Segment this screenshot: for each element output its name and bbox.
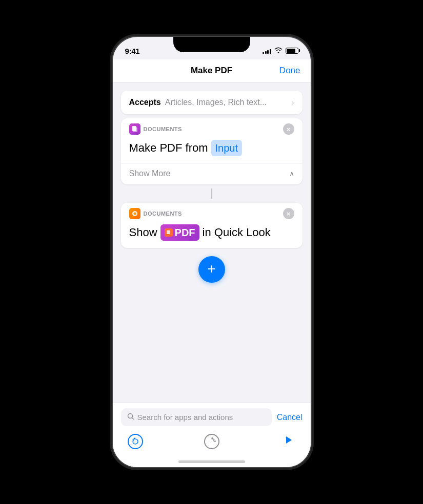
show-more-label: Show More bbox=[129, 169, 171, 178]
status-time: 9:41 bbox=[125, 47, 140, 55]
search-icon bbox=[127, 413, 134, 422]
accepts-row[interactable]: Accepts Articles, Images, Rich text... › bbox=[121, 91, 303, 114]
redo-button[interactable] bbox=[202, 431, 222, 452]
bottom-bar: Search for apps and actions Cancel bbox=[113, 403, 311, 467]
show-more-row[interactable]: Show More ∧ bbox=[121, 163, 303, 184]
status-icons bbox=[263, 47, 298, 55]
signal-icon bbox=[263, 48, 271, 54]
pdf-pill[interactable]: PDF bbox=[160, 224, 199, 241]
make-pdf-icon bbox=[129, 123, 140, 135]
make-pdf-card: DOCUMENTS × Make PDF from Input Show Mor… bbox=[121, 118, 303, 184]
battery-icon bbox=[286, 48, 298, 54]
cancel-button[interactable]: Cancel bbox=[277, 413, 303, 422]
undo-icon bbox=[128, 434, 143, 449]
battery-fill bbox=[287, 49, 296, 53]
show-more-chevron-icon: ∧ bbox=[289, 170, 294, 178]
pdf-icon bbox=[165, 228, 173, 237]
input-pill[interactable]: Input bbox=[211, 140, 242, 156]
quick-look-body: Show PDF in Quick Look bbox=[121, 222, 303, 248]
pdf-label: PDF bbox=[175, 225, 195, 240]
search-field[interactable]: Search for apps and actions bbox=[121, 408, 272, 426]
nav-header: Make PDF Done bbox=[113, 59, 311, 82]
redo-icon bbox=[204, 434, 219, 449]
make-pdf-close-button[interactable]: × bbox=[283, 123, 294, 135]
undo-button[interactable] bbox=[125, 431, 146, 452]
wifi-icon bbox=[274, 47, 283, 55]
accepts-label: Accepts bbox=[129, 98, 161, 107]
phone-frame: 9:41 Make PDF bbox=[112, 36, 312, 468]
accepts-chevron-icon: › bbox=[292, 98, 294, 107]
quick-look-prefix: Show bbox=[129, 225, 157, 241]
connector bbox=[113, 188, 311, 199]
play-icon bbox=[283, 434, 294, 449]
play-button[interactable] bbox=[278, 431, 298, 452]
main-content: Make PDF Done Accepts Articles, Images, … bbox=[113, 59, 311, 467]
page-title: Make PDF bbox=[191, 66, 232, 76]
quick-look-close-button[interactable]: × bbox=[283, 208, 294, 219]
home-indicator bbox=[178, 460, 245, 463]
svg-marker-5 bbox=[286, 436, 292, 444]
make-pdf-card-header: DOCUMENTS × bbox=[121, 118, 303, 138]
quick-look-icon bbox=[129, 208, 140, 219]
quick-look-card: DOCUMENTS × Show PDF in Quick Look bbox=[121, 203, 303, 248]
toolbar-row bbox=[121, 431, 303, 452]
make-pdf-prefix: Make PDF from bbox=[129, 140, 208, 156]
add-action-button[interactable]: + bbox=[198, 256, 225, 283]
quick-look-suffix: in Quick Look bbox=[203, 225, 271, 241]
done-button[interactable]: Done bbox=[279, 66, 300, 76]
search-row: Search for apps and actions Cancel bbox=[121, 408, 303, 426]
quick-look-card-header: DOCUMENTS × bbox=[121, 203, 303, 222]
search-placeholder: Search for apps and actions bbox=[137, 413, 233, 422]
make-pdf-category: DOCUMENTS bbox=[144, 126, 280, 132]
make-pdf-body: Make PDF from Input bbox=[121, 138, 303, 163]
svg-point-2 bbox=[133, 213, 136, 215]
accepts-value: Articles, Images, Rich text... bbox=[165, 98, 290, 107]
quick-look-category: DOCUMENTS bbox=[144, 211, 280, 217]
add-plus-icon: + bbox=[207, 262, 215, 276]
connector-line bbox=[211, 188, 212, 199]
notch bbox=[173, 37, 250, 52]
